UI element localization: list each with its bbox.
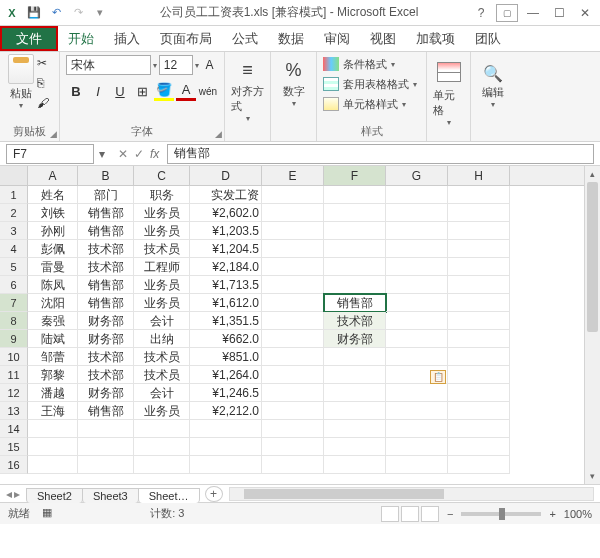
cell[interactable]	[448, 438, 510, 456]
cell[interactable]	[448, 420, 510, 438]
ribbon-options-icon[interactable]: ▢	[496, 4, 518, 22]
cell[interactable]: 出纳	[134, 330, 190, 348]
cell[interactable]: 业务员	[134, 204, 190, 222]
cell[interactable]	[28, 420, 78, 438]
cell[interactable]	[386, 456, 448, 474]
cell[interactable]: 雷曼	[28, 258, 78, 276]
tab-insert[interactable]: 插入	[104, 26, 150, 51]
cell[interactable]	[324, 258, 386, 276]
tab-data[interactable]: 数据	[268, 26, 314, 51]
cell[interactable]: 技术员	[134, 348, 190, 366]
tab-view[interactable]: 视图	[360, 26, 406, 51]
chevron-down-icon[interactable]: ▾	[19, 101, 23, 110]
row-header[interactable]: 4	[0, 240, 28, 258]
cell[interactable]	[386, 276, 448, 294]
cell[interactable]	[262, 294, 324, 312]
grow-font-icon[interactable]: A	[201, 55, 218, 75]
chevron-down-icon[interactable]: ▾	[491, 100, 495, 109]
row-header[interactable]: 13	[0, 402, 28, 420]
cell[interactable]: 潘越	[28, 384, 78, 402]
cell[interactable]	[324, 222, 386, 240]
scroll-up-icon[interactable]: ▴	[585, 166, 600, 182]
row-header[interactable]: 9	[0, 330, 28, 348]
cell[interactable]: 财务部	[78, 312, 134, 330]
redo-icon[interactable]: ↷	[70, 5, 86, 21]
cell[interactable]: ¥1,203.5	[190, 222, 262, 240]
editing-button[interactable]: 🔍 编辑 ▾	[482, 54, 504, 109]
cell[interactable]: 技术部	[324, 312, 386, 330]
zoom-in-icon[interactable]: +	[549, 508, 555, 520]
cell[interactable]	[262, 420, 324, 438]
cell[interactable]	[386, 312, 448, 330]
row-header[interactable]: 16	[0, 456, 28, 474]
cell[interactable]: ¥1,264.0	[190, 366, 262, 384]
cell[interactable]	[448, 348, 510, 366]
cell[interactable]	[78, 456, 134, 474]
cell[interactable]	[324, 348, 386, 366]
cell[interactable]: 销售部	[78, 276, 134, 294]
view-pagelayout-icon[interactable]	[401, 506, 419, 522]
cell[interactable]	[262, 186, 324, 204]
cell[interactable]: ¥851.0	[190, 348, 262, 366]
cell[interactable]	[386, 222, 448, 240]
cell[interactable]	[134, 438, 190, 456]
cell[interactable]: 销售部	[78, 294, 134, 312]
chevron-down-icon[interactable]: ▾	[292, 99, 296, 108]
cell[interactable]	[78, 438, 134, 456]
cell[interactable]	[28, 438, 78, 456]
conditional-formatting-button[interactable]: 条件格式 ▾	[323, 54, 420, 74]
cell[interactable]: 销售部	[78, 222, 134, 240]
row-header[interactable]: 3	[0, 222, 28, 240]
tab-formulas[interactable]: 公式	[222, 26, 268, 51]
launcher-icon[interactable]: ◢	[50, 129, 57, 139]
cell[interactable]	[386, 384, 448, 402]
scroll-thumb[interactable]	[587, 182, 598, 332]
col-header[interactable]: E	[262, 166, 324, 185]
cell[interactable]: 会计	[134, 384, 190, 402]
row-header[interactable]: 12	[0, 384, 28, 402]
cell[interactable]: 刘铁	[28, 204, 78, 222]
cell[interactable]: 秦强	[28, 312, 78, 330]
cell[interactable]: ¥2,184.0	[190, 258, 262, 276]
fill-color-button[interactable]: 🪣	[154, 81, 174, 101]
cell[interactable]: 姓名	[28, 186, 78, 204]
col-header[interactable]: F	[324, 166, 386, 185]
cell[interactable]: 部门	[78, 186, 134, 204]
italic-button[interactable]: I	[88, 81, 108, 101]
border-button[interactable]: ⊞	[132, 81, 152, 101]
cell[interactable]: 技术部	[78, 366, 134, 384]
cell[interactable]	[386, 438, 448, 456]
row-header[interactable]: 2	[0, 204, 28, 222]
row-header[interactable]: 6	[0, 276, 28, 294]
cancel-formula-icon[interactable]: ✕	[118, 147, 128, 161]
tab-team[interactable]: 团队	[465, 26, 511, 51]
cell[interactable]	[262, 348, 324, 366]
sheet-nav-first-icon[interactable]: ◂	[6, 487, 12, 501]
cell[interactable]	[324, 456, 386, 474]
undo-icon[interactable]: ↶	[48, 5, 64, 21]
tab-file[interactable]: 文件	[0, 26, 58, 51]
cell[interactable]: 销售部	[324, 294, 386, 312]
cell[interactable]	[262, 438, 324, 456]
save-icon[interactable]: 💾	[26, 5, 42, 21]
cell[interactable]	[448, 294, 510, 312]
row-header[interactable]: 7	[0, 294, 28, 312]
cell[interactable]	[386, 420, 448, 438]
alignment-button[interactable]: ≡ 对齐方式 ▾	[231, 54, 264, 123]
name-box[interactable]: F7	[6, 144, 94, 164]
cell[interactable]	[448, 258, 510, 276]
col-header[interactable]: C	[134, 166, 190, 185]
cell[interactable]	[190, 420, 262, 438]
formula-bar[interactable]: 销售部	[167, 144, 594, 164]
cell[interactable]: ¥662.0	[190, 330, 262, 348]
col-header[interactable]: D	[190, 166, 262, 185]
name-box-dropdown[interactable]: ▾	[94, 147, 110, 161]
tab-home[interactable]: 开始	[58, 26, 104, 51]
chevron-down-icon[interactable]: ▾	[246, 114, 250, 123]
cell[interactable]	[262, 456, 324, 474]
underline-button[interactable]: U	[110, 81, 130, 101]
cells-button[interactable]: 单元格 ▾	[433, 54, 464, 127]
cell[interactable]	[324, 204, 386, 222]
row-header[interactable]: 5	[0, 258, 28, 276]
cell[interactable]: 会计	[134, 312, 190, 330]
